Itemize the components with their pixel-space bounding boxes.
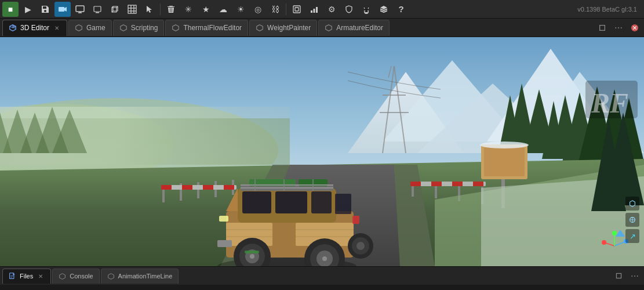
tab-scripting[interactable]: Scripting — [113, 20, 165, 36]
main-viewport[interactable]: RF ↗ — [0, 37, 644, 266]
svg-rect-21 — [314, 9, 315, 13]
viewport-icon-2[interactable] — [625, 213, 639, 227]
svg-marker-1 — [64, 7, 67, 12]
shield-btn[interactable] — [341, 2, 357, 17]
svg-marker-42 — [326, 25, 332, 31]
svg-rect-129 — [219, 216, 228, 222]
monitor-btn[interactable] — [72, 2, 88, 17]
bottom-maximize-btn[interactable] — [612, 269, 625, 283]
tab-game-label: Game — [86, 24, 105, 32]
stop-btn[interactable]: ■ — [2, 2, 19, 17]
tab-armature[interactable]: ArmatureEditor — [318, 20, 390, 36]
tab-bar-right: ⋯ — [595, 21, 642, 35]
sparkle-btn[interactable]: ✳ — [180, 2, 197, 17]
select-btn[interactable] — [141, 2, 158, 17]
svg-rect-0 — [59, 7, 64, 12]
animation-icon — [107, 273, 115, 280]
game-icon — [75, 24, 83, 32]
svg-rect-104 — [484, 147, 525, 176]
thermal-icon — [172, 24, 180, 32]
armature-icon — [325, 24, 333, 32]
svg-rect-119 — [275, 191, 307, 213]
grid2-btn[interactable] — [124, 2, 140, 17]
scene-view: RF — [0, 37, 644, 266]
tab-3d-editor-close[interactable]: ✕ — [53, 24, 61, 32]
svg-rect-18 — [293, 6, 300, 13]
cloud-btn[interactable]: ☁ — [215, 2, 231, 17]
layers-btn[interactable] — [376, 2, 392, 17]
tab-thermal[interactable]: ThermalFlowEditor — [165, 20, 248, 36]
tab-menu-btn[interactable]: ⋯ — [612, 21, 625, 35]
tab-files-close[interactable]: ✕ — [37, 272, 45, 280]
target-btn[interactable]: ◎ — [250, 2, 266, 17]
camera-btn[interactable] — [54, 2, 71, 17]
sep1 — [160, 3, 161, 15]
svg-point-155 — [602, 240, 606, 245]
svg-rect-5 — [94, 6, 101, 12]
top-toolbar: ■ ▶ ✳ ★ ☁ ☀ ◎ ⛓ ⚙ ? v0.139 — [0, 0, 644, 19]
svg-rect-144 — [245, 251, 259, 253]
svg-rect-91 — [182, 185, 192, 190]
tab-console[interactable]: Console — [52, 269, 99, 284]
tab-weight[interactable]: WeightPainter — [249, 20, 317, 36]
frame-btn[interactable] — [289, 2, 305, 17]
android-btn[interactable] — [358, 2, 374, 17]
svg-rect-12 — [128, 5, 136, 13]
tab-maximize-btn[interactable] — [595, 21, 609, 35]
viewport-icon-1[interactable] — [625, 197, 639, 211]
svg-rect-121 — [335, 194, 351, 214]
svg-marker-17 — [147, 6, 152, 13]
viewport-icon-3[interactable]: ↗ — [625, 229, 639, 243]
tab-game[interactable]: Game — [68, 20, 112, 36]
viewport-icons: ↗ — [625, 197, 639, 243]
svg-text:RF: RF — [591, 88, 628, 118]
svg-rect-102 — [473, 182, 483, 186]
tab-3d-editor[interactable]: 3D Editor ✕ — [2, 20, 67, 36]
svg-rect-6 — [96, 12, 99, 13]
help-btn[interactable]: ? — [393, 2, 409, 17]
svg-rect-43 — [600, 25, 605, 30]
trash-btn[interactable] — [163, 2, 179, 17]
svg-rect-118 — [242, 191, 271, 213]
settings-btn[interactable]: ⚙ — [323, 2, 340, 17]
tab-files[interactable]: Files ✕ — [2, 269, 51, 284]
svg-rect-167 — [616, 273, 621, 278]
tab-thermal-label: ThermalFlowEditor — [183, 24, 242, 32]
tab-weight-label: WeightPainter — [267, 24, 311, 32]
svg-point-26 — [367, 10, 368, 12]
svg-rect-130 — [352, 216, 359, 224]
tab-scripting-label: Scripting — [131, 24, 158, 32]
svg-marker-166 — [108, 273, 114, 279]
star-btn[interactable]: ★ — [198, 2, 214, 17]
cube-icon — [9, 24, 17, 32]
svg-marker-38 — [76, 25, 82, 31]
sep2 — [286, 3, 286, 15]
tab-animation[interactable]: AnimationTimeLine — [101, 269, 179, 284]
svg-point-143 — [356, 242, 365, 250]
tab-armature-label: ArmatureEditor — [336, 24, 383, 32]
svg-marker-29 — [380, 6, 387, 9]
tab-bar: 3D Editor ✕ Game Scripting ThermalFlowEd… — [0, 19, 644, 37]
svg-marker-165 — [60, 273, 66, 279]
scripting-icon — [119, 24, 128, 32]
display2-btn[interactable] — [89, 2, 105, 17]
svg-point-106 — [480, 142, 529, 148]
svg-rect-99 — [410, 182, 421, 186]
svg-point-25 — [365, 10, 366, 12]
svg-marker-41 — [257, 25, 263, 31]
chart-btn[interactable] — [306, 2, 322, 17]
tab-close-layout-btn[interactable] — [628, 21, 642, 35]
svg-marker-39 — [120, 25, 126, 31]
bottom-bar-right: ⋯ — [612, 269, 642, 283]
svg-rect-131 — [217, 240, 232, 247]
weight-icon — [256, 24, 264, 32]
save-btn[interactable] — [37, 2, 53, 17]
cube-wire-btn[interactable] — [107, 2, 123, 17]
bottom-panel: Files ✕ Console AnimationTimeLine ⋯ — [0, 266, 644, 285]
svg-rect-101 — [452, 182, 463, 186]
sun-btn[interactable]: ☀ — [232, 2, 249, 17]
play-btn[interactable]: ▶ — [20, 2, 36, 17]
bottom-menu-btn[interactable]: ⋯ — [628, 269, 642, 283]
tab-3d-editor-label: 3D Editor — [20, 24, 49, 32]
chain-btn[interactable]: ⛓ — [267, 2, 283, 17]
